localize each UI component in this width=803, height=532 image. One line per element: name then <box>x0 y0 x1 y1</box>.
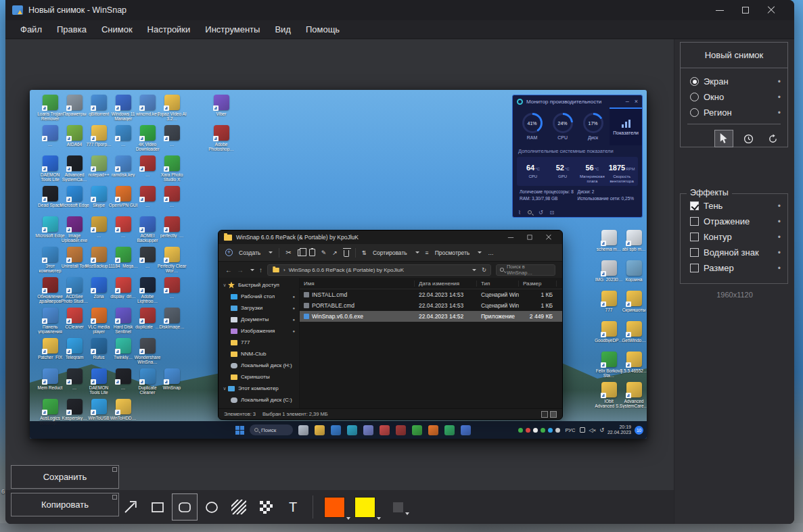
option-menu-dot[interactable]: • <box>778 201 781 211</box>
tool-hatch[interactable] <box>226 493 252 521</box>
sidebar-item[interactable]: Локальный диск (H:) <box>219 360 299 371</box>
sidebar-item[interactable]: Локальный диск (C:) <box>219 394 299 406</box>
desktop-icon[interactable]: 3.5.5.46552… <box>619 352 647 373</box>
copy-icon[interactable] <box>298 249 303 256</box>
tool-arrow[interactable] <box>118 493 143 521</box>
option-menu-dot[interactable]: • <box>778 217 781 226</box>
taskbar-clock[interactable]: 20:19 22.04.2023 <box>607 425 631 435</box>
chevron-down-icon[interactable] <box>346 517 350 520</box>
column-header[interactable]: Размер <box>519 281 557 287</box>
desktop-icon[interactable]: abi spb m… <box>619 230 647 251</box>
desktop-icon[interactable]: Viber <box>206 95 236 116</box>
language-indicator[interactable]: РУС <box>564 427 576 433</box>
desktop-icon[interactable]: Topaz Video AI 3.2… <box>157 95 187 121</box>
tray-icon[interactable] <box>533 428 538 433</box>
close-icon[interactable] <box>767 6 775 14</box>
canvas-area[interactable]: Loaris Trojan RemoverПараметрыqBittorren… <box>5 39 674 490</box>
explorer-window[interactable]: WinSnap 6.0.6 RePack (& Portable) by Kpo… <box>218 230 563 420</box>
effect-option[interactable]: Контур• <box>681 229 787 245</box>
volume-icon[interactable]: ◁× <box>589 427 596 433</box>
list-view-icon[interactable] <box>541 411 548 418</box>
perfmon-footer-icons[interactable]: ⌇ ↺ ⊡ <box>518 210 554 216</box>
explorer-maximize-icon[interactable] <box>527 235 532 240</box>
perfmon-tab-indicators[interactable]: Показатели <box>610 107 642 145</box>
desktop-icon[interactable]: Wondershare WinSna… <box>133 338 162 364</box>
sidebar-item[interactable]: Документы● <box>219 314 299 325</box>
effect-option[interactable]: Размер• <box>681 260 787 276</box>
detach-icon[interactable] <box>112 467 117 472</box>
repeat-icon[interactable] <box>763 130 782 147</box>
menu-item-Настройки[interactable]: Настройки <box>141 22 198 37</box>
capture-option[interactable]: Окно• <box>681 89 787 105</box>
cursor-icon[interactable] <box>714 130 733 147</box>
sidebar-item[interactable]: Загрузки● <box>219 302 299 314</box>
explorer-title-bar[interactable]: WinSnap 6.0.6 RePack (& Portable) by Kpo… <box>219 231 562 244</box>
copy-button[interactable]: Копировать <box>11 493 119 516</box>
view-button[interactable]: Просмотреть <box>435 249 470 256</box>
details-view-icon[interactable] <box>550 411 557 418</box>
start-button[interactable] <box>235 426 244 435</box>
effect-option[interactable]: Водяной знак• <box>681 245 787 260</box>
up-icon[interactable]: ↑ <box>259 266 262 274</box>
breadcrumb[interactable]: › WinSnap 6.0.6 RePack (& Portable) by K… <box>267 264 491 276</box>
captured-screenshot[interactable]: Loaris Trojan RemoverПараметрыqBittorren… <box>30 90 647 439</box>
mic-icon[interactable]: ⌇ <box>518 210 521 216</box>
taskbar-app-icon[interactable] <box>363 425 373 435</box>
option-menu-dot[interactable]: • <box>778 248 781 258</box>
search-icon[interactable] <box>528 210 532 216</box>
more-button[interactable]: … <box>488 249 494 256</box>
taskbar-app-icon[interactable] <box>396 425 406 435</box>
sidebar-item[interactable]: ∨Быстрый доступ <box>219 279 299 291</box>
tray-icon[interactable] <box>555 428 560 433</box>
tray-icon[interactable] <box>548 428 553 433</box>
desktop-icon[interactable]: Advanced SystemCare… <box>619 382 647 408</box>
refresh-icon[interactable]: ↻ <box>482 267 486 273</box>
column-headers[interactable]: ИмяДата измененияТипРазмер <box>300 278 562 289</box>
history-chevron-icon[interactable] <box>250 269 254 271</box>
tray-icon[interactable] <box>526 428 530 433</box>
desktop-icon[interactable]: Скриншоты <box>619 291 647 312</box>
crop-icon[interactable]: ⊡ <box>550 210 555 216</box>
desktop-icon[interactable]: Perfectly Clear Wor… <box>157 247 187 273</box>
menu-item-Вид[interactable]: Вид <box>268 22 298 37</box>
sidebar-item[interactable]: Скриншоты <box>219 371 299 383</box>
tray-icon[interactable] <box>541 428 545 433</box>
save-button[interactable]: Сохранить <box>11 465 119 489</box>
menu-item-Правка[interactable]: Правка <box>50 22 93 37</box>
taskbar-app-icon[interactable] <box>298 425 308 435</box>
sidebar-item[interactable]: Рабочий стол● <box>219 291 299 302</box>
desktop-icon[interactable]: perfectly_… <box>157 216 187 238</box>
capture-option[interactable]: Регион• <box>681 105 787 120</box>
option-menu-dot[interactable]: • <box>778 264 781 273</box>
taskbar-app-icon[interactable] <box>444 425 455 435</box>
taskbar-app-icon[interactable] <box>412 425 422 435</box>
taskbar-app-icon[interactable] <box>428 425 438 435</box>
desktop-icon[interactable]: Xara Photo Studio X <box>157 155 187 182</box>
taskbar-app-icon[interactable] <box>380 425 390 435</box>
detach-icon[interactable] <box>112 495 117 500</box>
file-row[interactable]: PORTABLE.cmd22.04.2023 14:53Сценарий Win… <box>300 300 562 311</box>
effect-option[interactable]: Отражение• <box>681 214 787 229</box>
menu-item-Инструменты[interactable]: Инструменты <box>198 22 267 37</box>
performance-monitor-widget[interactable]: Монитор производительности – × 41%RAM24%… <box>512 95 643 218</box>
capture-group-title[interactable]: Новый снимок <box>681 43 787 68</box>
taskbar-app-icon[interactable] <box>461 425 471 435</box>
desktop-icon[interactable]: … <box>157 186 187 208</box>
taskbar-app-icon[interactable] <box>347 425 357 435</box>
line-width-swatch[interactable] <box>393 502 403 512</box>
paste-icon[interactable] <box>309 249 315 256</box>
maximize-icon[interactable] <box>741 6 750 14</box>
desktop-icon[interactable]: WinSnap <box>157 368 187 390</box>
history-icon[interactable]: ↺ <box>538 210 543 216</box>
sidebar-item[interactable]: Изображения● <box>219 325 299 337</box>
new-icon[interactable]: + <box>225 249 233 256</box>
taskbar-app-icon[interactable] <box>331 425 341 435</box>
menu-item-Снимок[interactable]: Снимок <box>95 22 139 37</box>
delete-icon[interactable] <box>344 250 349 257</box>
perfmon-close-icon[interactable]: × <box>635 98 638 105</box>
menu-item-Помощь[interactable]: Помощь <box>299 22 346 37</box>
notification-icon[interactable] <box>580 427 585 433</box>
taskbar-search[interactable]: Поиск <box>250 425 293 435</box>
sidebar-item[interactable]: ∨Этот компьютер <box>219 383 299 394</box>
desktop-icon[interactable]: GetWindo… <box>619 321 647 343</box>
